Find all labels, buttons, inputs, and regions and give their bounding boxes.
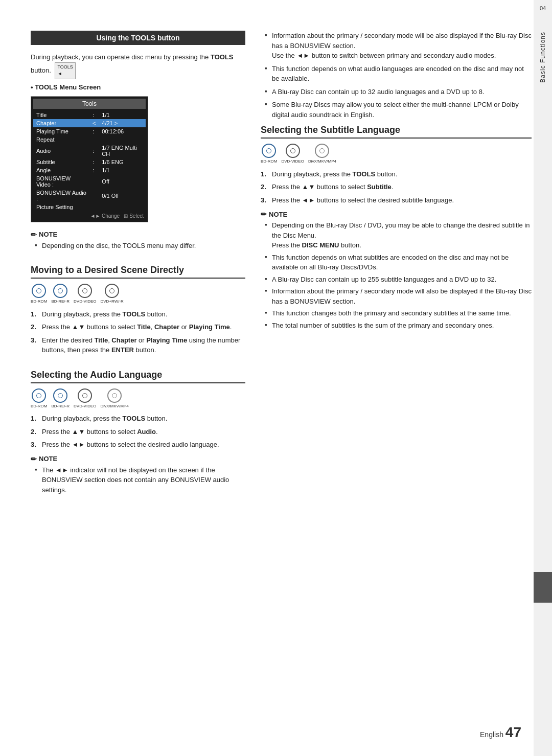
section-scene-title: Moving to a Desired Scene Directly — [31, 265, 245, 279]
bd-rom-circle — [32, 284, 46, 298]
section-subtitle-title: Selecting the Subtitle Language — [261, 125, 532, 139]
table-row: Chapter<4/21 > — [33, 119, 146, 127]
dvd-video-label: DVD-VIDEO — [74, 299, 96, 304]
note-tools: ✏ NOTE Depending on the disc, the TOOLS … — [31, 231, 245, 251]
list-item: 1. During playback, press the TOOLS butt… — [31, 414, 245, 424]
disc-icon-dvd-video: DVD-VIDEO — [74, 284, 96, 304]
divx-sub-label: DivX/MKV/MP4 — [308, 159, 336, 164]
list-item: 2. Press the ▲▼ buttons to select Title,… — [31, 322, 245, 332]
list-item: 3. Press the ◄► buttons to select the de… — [261, 195, 532, 205]
pencil-icon: ✏ — [31, 231, 37, 239]
list-item: Some Blu-ray Discs may allow you to sele… — [265, 100, 532, 120]
note-subtitle: ✏ NOTE Depending on the Blu-ray Disc / D… — [261, 210, 532, 330]
tools-menu-footer: ◄► Change ⊞ Select — [33, 212, 146, 220]
list-item: Information about the primary / secondar… — [265, 286, 532, 306]
list-item: 1. During playback, press the TOOLS butt… — [31, 309, 245, 319]
language-label: English — [480, 730, 503, 739]
page-footer: English 47 — [480, 724, 521, 741]
table-row: Audio:1/7 ENG Multi CH — [33, 144, 146, 158]
disc-icon-bd-re: BD-RE/-R — [51, 284, 70, 304]
left-column: Using the TOOLS button During playback, … — [31, 31, 245, 725]
list-item: 3. Press the ◄► buttons to select the de… — [31, 440, 245, 450]
bd-re-2-label: BD-RE/-R — [51, 404, 70, 409]
chapter-number: 04 — [540, 5, 546, 11]
right-intro-bullets: Information about the primary / secondar… — [261, 31, 532, 120]
dvd-rw-label: DVD+RW/-R — [100, 299, 123, 304]
bd-rom-2-circle — [32, 388, 46, 403]
disc-icon-dvd-2: DVD-VIDEO — [74, 388, 96, 409]
tools-icon: TOOLS◄ — [55, 62, 75, 79]
list-item: 3. Enter the desired Title, Chapter or P… — [31, 335, 245, 355]
disc-icons-scene: BD-ROM BD-RE/-R DVD-VIDEO DVD+RW/-R — [31, 284, 245, 304]
list-item: A Blu-ray Disc can contain up to 255 sub… — [265, 274, 532, 285]
tools-intro: During playback, you can operate disc me… — [31, 52, 245, 79]
bd-rom-sub-label: BD-ROM — [261, 159, 277, 164]
dvd-rw-circle — [105, 284, 119, 298]
bd-rom-label: BD-ROM — [31, 299, 47, 304]
list-item: This function depends on what subtitles … — [265, 253, 532, 272]
section-heading-tools-label: Using the TOOLS button — [96, 34, 179, 42]
dvd-2-label: DVD-VIDEO — [74, 404, 96, 409]
dvd-sub-circle — [286, 144, 300, 158]
table-row: Repeat — [33, 135, 146, 144]
table-row: Picture Setting — [33, 203, 146, 211]
dvd-sub-label: DVD-VIDEO — [281, 159, 304, 164]
disc-icons-audio: BD-ROM BD-RE/-R DVD-VIDEO DivX/MKV/MP4 — [31, 388, 245, 409]
list-item: 1. During playback, press the TOOLS butt… — [261, 169, 532, 179]
section-subtitle: Selecting the Subtitle Language BD-ROM D… — [261, 125, 532, 330]
bd-rom-2-label: BD-ROM — [31, 404, 47, 409]
list-item: This function changes both the primary a… — [265, 308, 532, 318]
disc-icon-bd-rom-sub: BD-ROM — [261, 144, 277, 164]
disc-icon-divx-audio: DivX/MKV/MP4 — [100, 388, 128, 409]
main-content: Using the TOOLS button During playback, … — [0, 0, 552, 756]
chapter-label: Basic Functions — [539, 32, 546, 83]
tools-menu-label: • TOOLS Menu Screen — [31, 83, 245, 91]
section-audio: Selecting the Audio Language BD-ROM BD-R… — [31, 370, 245, 495]
note-audio-list: The ◄► indicator will not be displayed o… — [31, 465, 245, 495]
disc-icon-bd-rom-2: BD-ROM — [31, 388, 47, 409]
list-item: Depending on the disc, the TOOLS menu ma… — [35, 241, 245, 251]
disc-icon-bd-re-2: BD-RE/-R — [51, 388, 70, 409]
section-scene: Moving to a Desired Scene Directly BD-RO… — [31, 265, 245, 355]
table-row: Angle:1/1 — [33, 166, 146, 174]
disc-icons-subtitle: BD-ROM DVD-VIDEO DivX/MKV/MP4 — [261, 144, 532, 164]
dvd-2-circle — [78, 388, 92, 403]
bd-re-2-circle — [53, 388, 67, 403]
table-row: Playing Time:00:12:06 — [33, 127, 146, 135]
disc-icon-bd-rom: BD-ROM — [31, 284, 47, 304]
table-row: Title:1/1 — [33, 111, 146, 119]
pencil-icon-3: ✏ — [261, 210, 267, 218]
list-item: 2. Press the ▲▼ buttons to select Audio. — [31, 427, 245, 437]
section-heading-tools: Using the TOOLS button — [31, 31, 245, 45]
list-item: The total number of subtitles is the sum… — [265, 320, 532, 331]
disc-icon-dvd-rw: DVD+RW/-R — [100, 284, 123, 304]
chapter-bar — [534, 572, 552, 603]
bd-re-label: BD-RE/-R — [51, 299, 70, 304]
note-audio-title: ✏ NOTE — [31, 455, 245, 463]
bd-rom-sub-circle — [262, 144, 276, 158]
divx-audio-label: DivX/MKV/MP4 — [100, 404, 128, 409]
list-item: Depending on the Blu-ray Disc / DVD, you… — [265, 220, 532, 250]
list-item: 2. Press the ▲▼ buttons to select Subtit… — [261, 182, 532, 192]
divx-sub-circle — [315, 144, 329, 158]
section-tools: Using the TOOLS button During playback, … — [31, 31, 245, 250]
tools-menu-table: Title:1/1 Chapter<4/21 > Playing Time:00… — [33, 111, 146, 211]
section-audio-title: Selecting the Audio Language — [31, 370, 245, 383]
list-item: The ◄► indicator will not be displayed o… — [35, 465, 245, 495]
note-tools-list: Depending on the disc, the TOOLS menu ma… — [31, 241, 245, 251]
tools-menu-screen: Tools Title:1/1 Chapter<4/21 > Playing T… — [31, 96, 148, 222]
steps-scene: 1. During playback, press the TOOLS butt… — [31, 309, 245, 355]
list-item: Information about the primary / secondar… — [265, 31, 532, 61]
disc-icon-dvd-sub: DVD-VIDEO — [281, 144, 304, 164]
page-number: 47 — [505, 724, 521, 740]
table-row: BONUSVIEW Video :Off — [33, 174, 146, 189]
list-item: This function depends on what audio lang… — [265, 64, 532, 84]
side-tab: 04 Basic Functions — [534, 0, 552, 756]
divx-audio-circle — [107, 388, 122, 403]
note-audio: ✏ NOTE The ◄► indicator will not be disp… — [31, 455, 245, 495]
dvd-video-circle — [78, 284, 92, 298]
pencil-icon-2: ✏ — [31, 455, 37, 463]
steps-audio: 1. During playback, press the TOOLS butt… — [31, 414, 245, 450]
bd-re-circle — [53, 284, 67, 298]
right-column: Information about the primary / secondar… — [261, 31, 532, 725]
